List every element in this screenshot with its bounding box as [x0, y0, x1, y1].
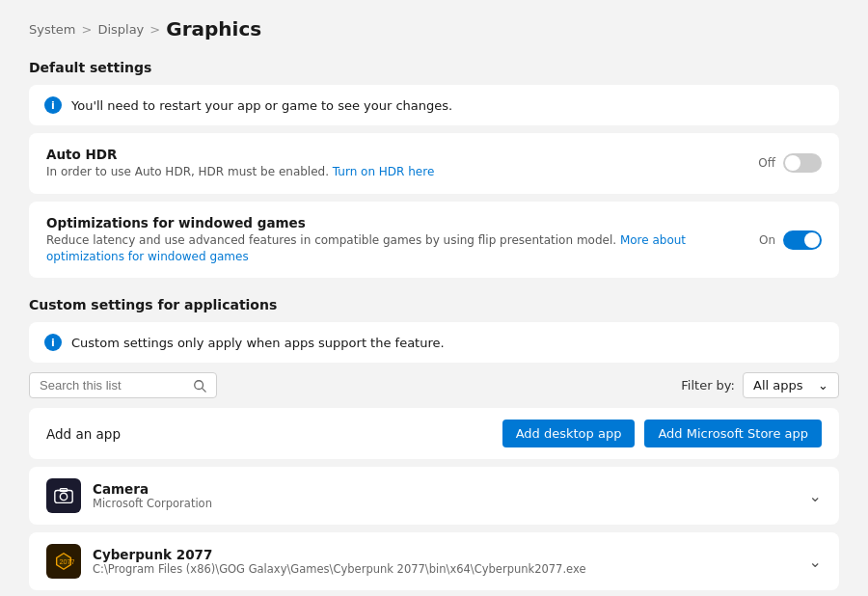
search-box[interactable] [29, 372, 217, 398]
restart-info-banner: i You'll need to restart your app or gam… [29, 85, 839, 125]
auto-hdr-row: Auto HDR In order to use Auto HDR, HDR m… [29, 133, 839, 194]
search-input[interactable] [40, 378, 187, 393]
filter-select[interactable]: All apps ⌄ [743, 372, 839, 398]
app-publisher-camera: Microsoft Corporation [93, 497, 212, 510]
auto-hdr-toggle-thumb [785, 155, 800, 171]
app-info-cyberpunk: Cyberpunk 2077 C:\Program Files (x86)\GO… [93, 547, 586, 576]
windowed-games-toggle[interactable] [783, 230, 822, 250]
breadcrumb-display[interactable]: Display [97, 22, 144, 37]
windowed-games-right: On [759, 230, 822, 250]
filter-chevron-icon: ⌄ [818, 378, 828, 393]
breadcrumb-sep-2: > [149, 22, 160, 37]
default-settings-title: Default settings [29, 60, 839, 75]
page-container: System > Display > Graphics Default sett… [0, 0, 868, 596]
custom-info-banner: i Custom settings only apply when apps s… [29, 322, 839, 363]
filter-label: Filter by: [681, 378, 735, 393]
search-filter-row: Filter by: All apps ⌄ [29, 372, 839, 398]
app-info-camera: Camera Microsoft Corporation [93, 481, 212, 510]
custom-info-text: Custom settings only apply when apps sup… [71, 336, 445, 350]
add-buttons: Add desktop app Add Microsoft Store app [502, 420, 822, 447]
app-row-cyberpunk: 2077 Cyberpunk 2077 C:\Program Files (x8… [29, 532, 839, 590]
cyberpunk-expand-icon[interactable]: ⌄ [809, 553, 822, 571]
windowed-games-toggle-thumb [804, 232, 820, 248]
search-icon [193, 379, 206, 393]
filter-row: Filter by: All apps ⌄ [681, 372, 839, 398]
windowed-games-name: Optimizations for windowed games [46, 215, 740, 230]
app-name-cyberpunk: Cyberpunk 2077 [93, 547, 586, 562]
app-left-cyberpunk: 2077 Cyberpunk 2077 C:\Program Files (x8… [46, 544, 586, 579]
app-row-camera: Camera Microsoft Corporation ⌄ [29, 467, 839, 525]
windowed-games-row: Optimizations for windowed games Reduce … [29, 202, 839, 279]
breadcrumb-sep-1: > [81, 22, 92, 37]
auto-hdr-name: Auto HDR [46, 147, 739, 162]
windowed-games-left: Optimizations for windowed games Reduce … [46, 215, 740, 265]
add-app-row: Add an app Add desktop app Add Microsoft… [29, 408, 839, 459]
svg-rect-2 [55, 491, 72, 503]
app-icon-camera [46, 478, 81, 513]
windowed-games-desc: Reduce latency and use advanced features… [46, 232, 740, 265]
windowed-games-toggle-label: On [759, 233, 775, 247]
custom-settings-title: Custom settings for applications [29, 297, 839, 312]
auto-hdr-toggle-label: Off [758, 156, 775, 170]
add-desktop-app-button[interactable]: Add desktop app [502, 420, 636, 447]
auto-hdr-left: Auto HDR In order to use Auto HDR, HDR m… [46, 147, 739, 180]
breadcrumb-current: Graphics [166, 17, 261, 41]
custom-info-icon: i [44, 334, 62, 351]
auto-hdr-link[interactable]: Turn on HDR here [333, 165, 434, 178]
app-left-camera: Camera Microsoft Corporation [46, 478, 212, 513]
restart-info-text: You'll need to restart your app or game … [71, 98, 452, 113]
svg-point-3 [60, 494, 67, 501]
breadcrumb-system[interactable]: System [29, 22, 75, 37]
breadcrumb: System > Display > Graphics [29, 17, 839, 41]
add-app-label: Add an app [46, 426, 121, 442]
filter-selected: All apps [753, 378, 803, 393]
svg-text:2077: 2077 [59, 557, 74, 566]
svg-line-1 [203, 389, 206, 393]
auto-hdr-desc: In order to use Auto HDR, HDR must be en… [46, 164, 739, 180]
add-store-app-button[interactable]: Add Microsoft Store app [644, 420, 822, 447]
app-icon-cyberpunk: 2077 [46, 544, 81, 579]
app-path-cyberpunk: C:\Program Files (x86)\GOG Galaxy\Games\… [93, 562, 586, 576]
camera-expand-icon[interactable]: ⌄ [809, 487, 822, 505]
info-icon: i [44, 96, 62, 114]
auto-hdr-toggle[interactable] [783, 153, 822, 173]
app-name-camera: Camera [93, 481, 212, 497]
auto-hdr-right: Off [758, 153, 822, 173]
